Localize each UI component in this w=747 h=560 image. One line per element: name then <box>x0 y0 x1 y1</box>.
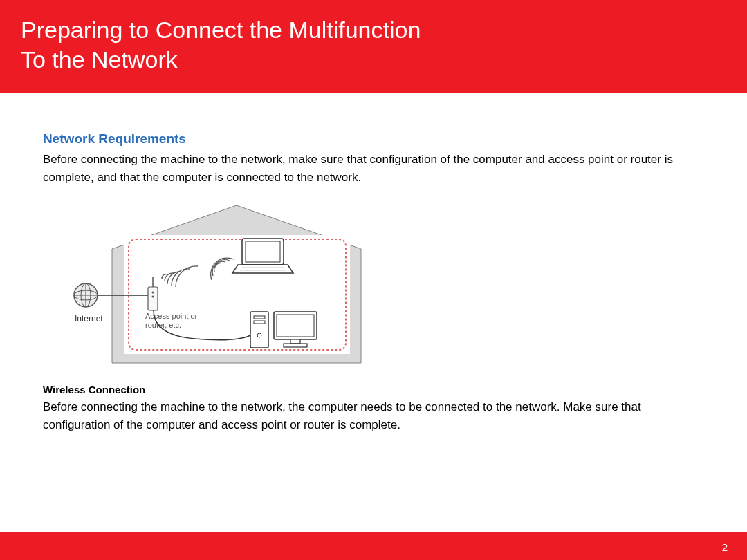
svg-rect-7 <box>148 287 158 310</box>
content-area: Network Requirements Before connecting t… <box>0 93 747 434</box>
diagram-svg: Internet Access point or router, etc. <box>43 197 375 370</box>
footer-bar <box>0 532 747 560</box>
title-line-2: To the Network <box>21 46 178 73</box>
intro-paragraph: Before connecting the machine to the net… <box>43 151 704 187</box>
svg-rect-15 <box>250 312 268 348</box>
slide-header: Preparing to Connect the Multifunction T… <box>0 0 747 93</box>
svg-point-10 <box>152 295 154 297</box>
svg-point-9 <box>152 291 154 293</box>
network-diagram: Internet Access point or router, etc. <box>43 197 704 373</box>
page-title: Preparing to Connect the Multifunction T… <box>21 15 726 74</box>
page-number: 2 <box>722 541 728 553</box>
internet-label: Internet <box>75 314 103 324</box>
svg-rect-20 <box>277 315 314 337</box>
wireless-paragraph: Before connecting the machine to the net… <box>43 398 704 435</box>
title-line-1: Preparing to Connect the Multifunction <box>21 17 421 43</box>
wireless-subheading: Wireless Connection <box>43 384 704 395</box>
svg-rect-22 <box>284 344 307 347</box>
svg-rect-21 <box>290 339 300 344</box>
ap-label-2: router, etc. <box>145 321 181 329</box>
section-heading: Network Requirements <box>43 131 704 147</box>
svg-rect-12 <box>246 241 280 262</box>
ap-label-1: Access point or <box>145 312 198 320</box>
